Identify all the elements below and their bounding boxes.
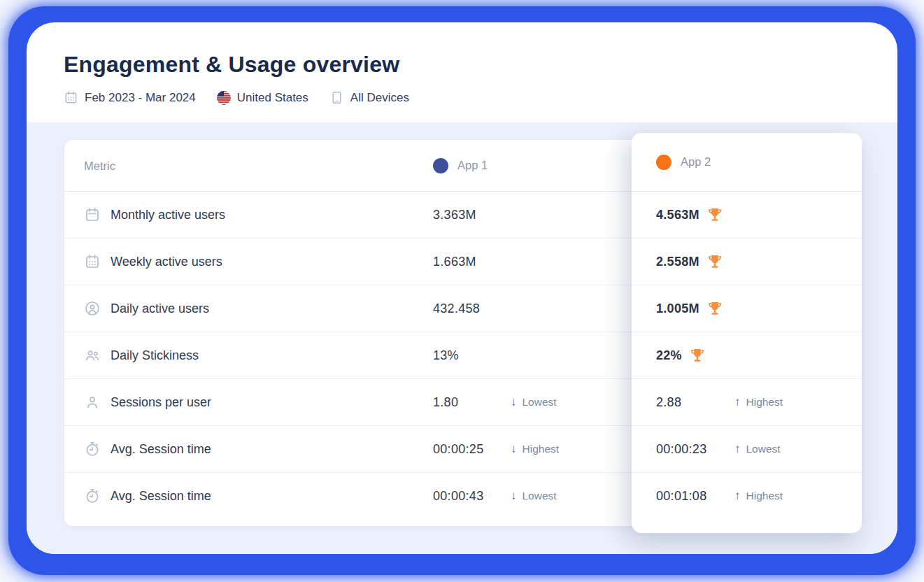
app1-rank-badge: ↓ Lowest: [511, 395, 557, 409]
devices-filter[interactable]: All Devices: [329, 90, 409, 105]
trophy-icon: [706, 300, 723, 317]
app1-rank-badge: ↓ Lowest: [511, 489, 557, 503]
app2-cell: 00:00:23 ↑ Lowest: [632, 426, 862, 473]
app2-cell: 22%: [632, 332, 862, 379]
rank-label: Highest: [523, 443, 560, 455]
user-icon: [84, 394, 101, 411]
app2-cell: 2.558M: [632, 239, 862, 285]
arrow-down-icon: ↓: [511, 489, 517, 503]
app2-rank-badge: ↑ Lowest: [734, 442, 781, 456]
app2-column-card: App 2 4.563M 2.558M 1.005M 22%: [632, 133, 862, 533]
app2-label: App 2: [681, 155, 711, 169]
app1-value: 13%: [433, 348, 459, 363]
app2-value: 2.88: [656, 395, 681, 410]
app2-cell: 4.563M: [632, 192, 862, 239]
trophy-icon: [706, 206, 723, 223]
app2-value: 00:00:23: [656, 442, 706, 457]
app1-value: 1.663M: [433, 255, 476, 269]
app1-value: 1.80: [433, 395, 458, 410]
calendar-week-icon: [84, 253, 101, 270]
devices-label: All Devices: [350, 91, 409, 105]
users-group-icon: [84, 347, 101, 364]
arrow-up-icon: ↑: [734, 442, 741, 456]
rank-label: Lowest: [523, 490, 557, 502]
app1-legend-dot-icon: [433, 158, 448, 173]
date-range-label: Feb 2023 - Mar 2024: [85, 91, 196, 105]
app2-legend-dot-icon: [656, 155, 671, 170]
app1-value: 432.458: [433, 301, 480, 316]
app1-value: 00:00:43: [433, 489, 483, 504]
app2-rank-badge: ↑ Highest: [734, 489, 783, 503]
blue-glow-frame: Engagement & Usage overview Feb 2023 - M…: [8, 6, 916, 575]
app2-value: 2.558M: [656, 255, 699, 269]
stopwatch-icon: [84, 441, 101, 457]
app2-value: 22%: [656, 348, 682, 363]
metric-column-header: Metric: [84, 159, 115, 172]
calendar-icon: [64, 90, 78, 105]
date-range-filter[interactable]: Feb 2023 - Mar 2024: [64, 90, 196, 105]
arrow-up-icon: ↑: [734, 395, 741, 409]
app2-column-header: App 2: [632, 133, 862, 192]
us-flag-icon: [217, 91, 231, 105]
rank-label: Highest: [746, 490, 783, 502]
metric-label: Daily Stickiness: [111, 348, 199, 363]
app1-column-header: App 1: [433, 158, 488, 173]
metric-label: Daily active users: [111, 301, 209, 316]
calendar-month-icon: [84, 206, 101, 223]
trophy-icon: [689, 347, 706, 364]
arrow-up-icon: ↑: [734, 489, 741, 503]
app2-value: 1.005M: [656, 301, 699, 316]
filter-bar: Feb 2023 - Mar 2024 United States All De…: [64, 90, 897, 105]
app2-cell: 1.005M: [632, 285, 862, 332]
app2-value: 00:01:08: [656, 489, 706, 504]
arrow-down-icon: ↓: [511, 442, 517, 456]
app2-cell: 2.88 ↑ Highest: [632, 379, 862, 426]
app2-rank-badge: ↑ Highest: [734, 395, 783, 409]
app1-rank-badge: ↓ Highest: [511, 442, 559, 456]
report-header: Engagement & Usage overview Feb 2023 - M…: [27, 22, 897, 122]
country-label: United States: [237, 91, 308, 105]
daily-user-icon: [84, 300, 101, 317]
metric-label: Monthly active users: [111, 208, 225, 222]
rank-label: Highest: [746, 396, 783, 409]
trophy-icon: [706, 253, 723, 270]
report-card: Engagement & Usage overview Feb 2023 - M…: [27, 22, 897, 554]
device-icon: [329, 90, 344, 105]
rank-label: Lowest: [746, 443, 781, 455]
arrow-down-icon: ↓: [511, 395, 517, 409]
rank-label: Lowest: [523, 396, 557, 409]
metric-label: Avg. Session time: [111, 442, 211, 457]
app1-value: 00:00:25: [433, 442, 483, 457]
metric-label: Sessions per user: [111, 395, 211, 410]
metric-label: Weekly active users: [111, 255, 222, 269]
page-title: Engagement & Usage overview: [64, 52, 897, 78]
stopwatch-icon: [84, 488, 101, 504]
metric-label: Avg. Session time: [111, 489, 211, 504]
report-body: Metric App 1 Monthly active users 3.363M…: [27, 122, 897, 554]
app1-value: 3.363M: [433, 208, 476, 222]
app2-cell: 00:01:08 ↑ Highest: [632, 473, 862, 519]
country-filter[interactable]: United States: [217, 91, 308, 105]
app1-label: App 1: [457, 159, 488, 172]
app2-value: 4.563M: [656, 208, 699, 222]
